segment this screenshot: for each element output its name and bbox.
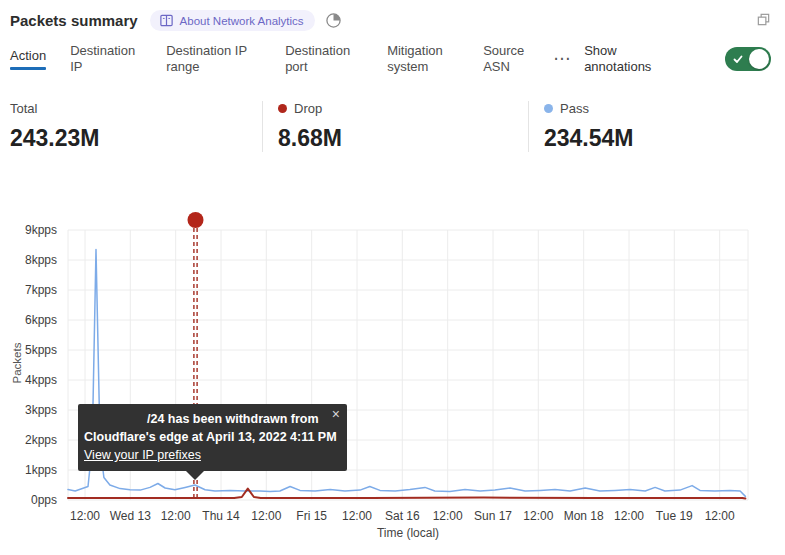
tooltip-line-2: Cloudflare's edge at April 13, 2022 4:11…: [84, 428, 329, 446]
panel-header: Packets summary About Network Analytics: [0, 0, 785, 31]
time-range-icon[interactable]: [325, 12, 342, 29]
x-tick-label: 12:00: [433, 509, 463, 523]
toggle-knob: [749, 49, 769, 69]
x-tick-label: 12:00: [614, 509, 644, 523]
about-network-analytics-badge[interactable]: About Network Analytics: [150, 10, 315, 31]
stat-label: Total: [10, 101, 37, 116]
y-tick-label: 6kpps: [0, 313, 57, 327]
check-icon: [732, 53, 744, 65]
tooltip-line-1: /24 has been withdrawn from: [84, 410, 329, 428]
dimension-tabs-row: ActionDestination IPDestination IP range…: [0, 43, 785, 75]
tab-label: Source ASN: [483, 43, 535, 75]
x-tick-label: 12:00: [342, 509, 372, 523]
more-tabs-button[interactable]: ⋯: [553, 51, 570, 67]
tab-label: Destination port: [285, 43, 363, 75]
y-tick-label: 4kpps: [0, 373, 57, 387]
drop-legend-dot: [278, 104, 287, 113]
stat-label: Drop: [294, 101, 322, 116]
annotation-tooltip: /24 has been withdrawn from Cloudflare's…: [78, 404, 347, 471]
tooltip-caret: [184, 469, 206, 480]
badge-label: About Network Analytics: [180, 15, 304, 27]
book-icon: [159, 13, 174, 28]
drop-line: [68, 489, 745, 499]
packets-summary-panel: Packets summary About Network Analytics: [0, 0, 785, 555]
tab-source-asn[interactable]: Source ASN: [483, 43, 535, 75]
stat-total: Total243.23M: [10, 101, 262, 152]
y-tick-label: 2kpps: [0, 433, 57, 447]
active-tab-underline: [10, 67, 46, 70]
restore-window-icon[interactable]: [756, 12, 771, 27]
x-tick-label: 12:00: [523, 509, 553, 523]
tab-label: Action: [10, 48, 46, 64]
stat-label: Pass: [560, 101, 589, 116]
y-tick-label: 1kpps: [0, 463, 57, 477]
tab-label: Destination IP: [70, 43, 142, 75]
x-tick-label: Sat 16: [385, 509, 420, 523]
tab-label: Destination IP range: [166, 43, 261, 75]
dimension-tabs: ActionDestination IPDestination IP range…: [10, 43, 535, 75]
y-tick-label: 8kpps: [0, 253, 57, 267]
stat-value: 8.68M: [278, 125, 528, 152]
x-tick-label: Tue 19: [656, 509, 693, 523]
stat-drop: Drop8.68M: [263, 101, 528, 152]
tab-mitigation-system[interactable]: Mitigation system: [387, 43, 459, 75]
tab-destination-port[interactable]: Destination port: [285, 43, 363, 75]
x-tick-label: Wed 13: [110, 509, 151, 523]
y-tick-label: 5kpps: [0, 343, 57, 357]
tab-label: Mitigation system: [387, 43, 459, 75]
x-tick-label: Mon 18: [564, 509, 604, 523]
y-tick-label: 0pps: [0, 493, 57, 507]
tab-action[interactable]: Action: [10, 48, 46, 70]
x-tick-label: 12:00: [161, 509, 191, 523]
x-tick-label: Sun 17: [474, 509, 512, 523]
pass-legend-dot: [544, 104, 553, 113]
x-tick-label: 12:00: [251, 509, 281, 523]
stats-row: Total243.23MDrop8.68MPass234.54M: [0, 101, 785, 152]
chart-canvas: [0, 0, 785, 555]
show-annotations-label: Show annotations: [584, 43, 664, 75]
x-tick-label: Thu 14: [202, 509, 239, 523]
stat-pass: Pass234.54M: [529, 101, 634, 152]
x-tick-label: 12:00: [705, 509, 735, 523]
stat-value: 243.23M: [10, 125, 262, 152]
x-axis-title: Time (local): [377, 526, 439, 540]
x-tick-label: 12:00: [70, 509, 100, 523]
stat-value: 234.54M: [544, 125, 634, 152]
annotation-dot[interactable]: [188, 212, 204, 228]
tooltip-close-icon[interactable]: ×: [332, 407, 340, 421]
tab-destination-ip[interactable]: Destination IP: [70, 43, 142, 75]
y-tick-label: 7kpps: [0, 283, 57, 297]
page-title: Packets summary: [10, 12, 138, 29]
y-axis-title: Packets: [11, 343, 23, 384]
show-annotations-toggle[interactable]: [725, 47, 771, 71]
x-tick-label: Fri 15: [296, 509, 327, 523]
y-tick-label: 9kpps: [0, 223, 57, 237]
y-tick-label: 3kpps: [0, 403, 57, 417]
view-ip-prefixes-link[interactable]: View your IP prefixes: [84, 446, 201, 464]
packets-chart: 0pps1kpps2kpps3kpps4kpps5kpps6kpps7kpps8…: [0, 0, 785, 555]
tab-destination-ip-range[interactable]: Destination IP range: [166, 43, 261, 75]
